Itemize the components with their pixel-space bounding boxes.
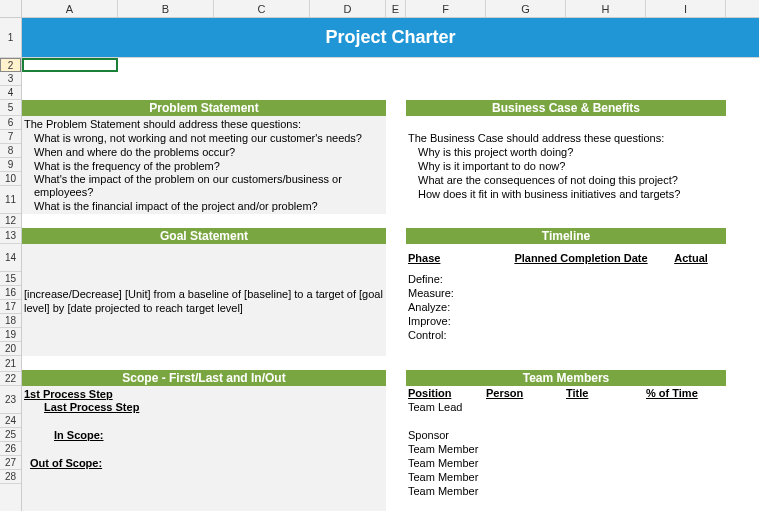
problem-q1: What is wrong, not working and not meeti…	[24, 131, 384, 145]
spreadsheet: A B C D E F G H I 1234567891011121314151…	[0, 0, 759, 511]
team-body[interactable]: Position Person Title % of Time Team Lea…	[406, 386, 726, 511]
row-4[interactable]: 4	[0, 86, 21, 100]
header-business: Business Case & Benefits	[406, 100, 726, 116]
row-3[interactable]: 3	[0, 72, 21, 86]
col-B[interactable]: B	[118, 0, 214, 17]
team-member-3: Team Member	[408, 470, 726, 484]
timeline-phase-label: Phase	[406, 251, 506, 265]
row-26[interactable]: 26	[0, 442, 21, 456]
row-18[interactable]: 18	[0, 314, 21, 328]
timeline-analyze: Analyze:	[408, 300, 726, 314]
column-headers: A B C D E F G H I	[0, 0, 759, 18]
col-C[interactable]: C	[214, 0, 310, 17]
row-8[interactable]: 8	[0, 144, 21, 158]
team-position-label: Position	[406, 386, 486, 400]
problem-lead: The Problem Statement should address the…	[24, 117, 384, 131]
row-headers: 1234567891011121314151617181920212223242…	[0, 18, 22, 511]
problem-q2: When and where do the problems occur?	[24, 145, 384, 159]
row-17[interactable]: 17	[0, 300, 21, 314]
row-5[interactable]: 5	[0, 100, 21, 116]
select-all-corner[interactable]	[0, 0, 22, 17]
goal-body[interactable]: [increase/Decrease] [Unit] from a baseli…	[22, 244, 386, 356]
timeline-define: Define:	[408, 272, 726, 286]
row-20[interactable]: 20	[0, 342, 21, 356]
header-goal: Goal Statement	[22, 228, 386, 244]
row-13[interactable]: 13	[0, 228, 21, 244]
row-6[interactable]: 6	[0, 116, 21, 130]
timeline-measure: Measure:	[408, 286, 726, 300]
scope-out: Out of Scope:	[24, 456, 384, 470]
row-7[interactable]: 7	[0, 130, 21, 144]
team-member-2: Team Member	[408, 456, 726, 470]
row-28[interactable]: 28	[0, 470, 21, 484]
row-24[interactable]: 24	[0, 414, 21, 428]
timeline-planned-label: Planned Completion Date	[506, 251, 656, 265]
col-F[interactable]: F	[406, 0, 486, 17]
header-scope: Scope - First/Last and In/Out	[22, 370, 386, 386]
col-H[interactable]: H	[566, 0, 646, 17]
col-A[interactable]: A	[22, 0, 118, 17]
team-lead: Team Lead	[408, 400, 726, 414]
team-member-4: Team Member	[408, 484, 726, 498]
team-person-label: Person	[486, 386, 566, 400]
header-team: Team Members	[406, 370, 726, 386]
problem-q3: What is the frequency of the problem?	[24, 159, 384, 173]
grid-area[interactable]: Project Charter Problem Statement The Pr…	[22, 18, 759, 511]
business-lead: The Business Case should address these q…	[408, 131, 724, 145]
timeline-actual-label: Actual	[656, 251, 726, 265]
problem-q5: What is the financial impact of the proj…	[24, 199, 384, 213]
business-q3: What are the consequences of not doing t…	[408, 173, 724, 187]
page-title: Project Charter	[325, 27, 455, 48]
timeline-body[interactable]: Phase Planned Completion Date Actual Def…	[406, 244, 726, 356]
col-E[interactable]: E	[386, 0, 406, 17]
title-bar: Project Charter	[22, 18, 759, 58]
timeline-control: Control:	[408, 328, 726, 342]
row-12[interactable]: 12	[0, 214, 21, 228]
row-23[interactable]: 23	[0, 386, 21, 414]
team-title-label: Title	[566, 386, 646, 400]
business-q1: Why is this project worth doing?	[408, 145, 724, 159]
scope-in: In Scope:	[24, 428, 384, 442]
problem-body[interactable]: The Problem Statement should address the…	[22, 116, 386, 214]
team-time-label: % of Time	[646, 386, 726, 400]
row-21[interactable]: 21	[0, 356, 21, 372]
scope-last: Last Process Step	[24, 401, 384, 414]
col-G[interactable]: G	[486, 0, 566, 17]
row-1[interactable]: 1	[0, 18, 21, 58]
business-q4: How does it fit in with business initiat…	[408, 187, 724, 201]
problem-q4: What's the impact of the problem on our …	[24, 173, 384, 199]
row-22[interactable]: 22	[0, 372, 21, 386]
active-cell[interactable]	[22, 58, 118, 72]
team-member-1: Team Member	[408, 442, 726, 456]
scope-body[interactable]: 1st Process Step Last Process Step In Sc…	[22, 386, 386, 511]
row-2[interactable]: 2	[0, 58, 21, 72]
row-15[interactable]: 15	[0, 272, 21, 286]
row-11[interactable]: 11	[0, 186, 21, 214]
col-D[interactable]: D	[310, 0, 386, 17]
col-I[interactable]: I	[646, 0, 726, 17]
row-10[interactable]: 10	[0, 172, 21, 186]
timeline-improve: Improve:	[408, 314, 726, 328]
goal-text: [increase/Decrease] [Unit] from a baseli…	[24, 287, 384, 315]
row-14[interactable]: 14	[0, 244, 21, 272]
header-timeline: Timeline	[406, 228, 726, 244]
business-body[interactable]: The Business Case should address these q…	[406, 116, 726, 214]
row-27[interactable]: 27	[0, 456, 21, 470]
header-problem: Problem Statement	[22, 100, 386, 116]
team-sponsor: Sponsor	[408, 428, 726, 442]
row-9[interactable]: 9	[0, 158, 21, 172]
row-25[interactable]: 25	[0, 428, 21, 442]
business-q2: Why is it important to do now?	[408, 159, 724, 173]
row-16[interactable]: 16	[0, 286, 21, 300]
row-19[interactable]: 19	[0, 328, 21, 342]
scope-first: 1st Process Step	[24, 387, 384, 401]
